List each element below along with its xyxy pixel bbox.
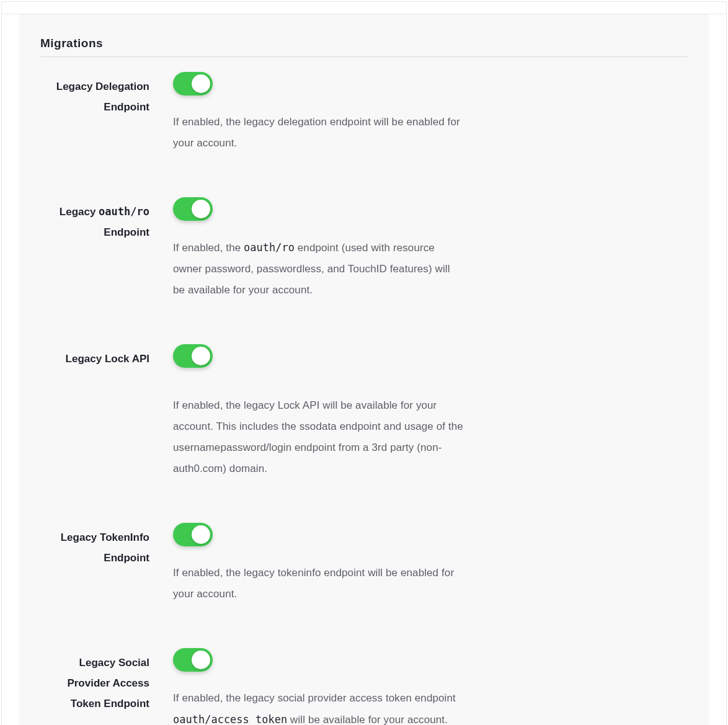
label-code: oauth/ro (99, 205, 149, 218)
setting-control: If enabled, the legacy delegation endpoi… (173, 72, 464, 154)
setting-control: If enabled, the oauth/ro endpoint (used … (173, 197, 464, 301)
setting-description: If enabled, the legacy tokeninfo endpoin… (173, 563, 464, 605)
migrations-panel: Migrations Legacy Delegation Endpoint If… (19, 14, 709, 725)
desc-text-pre: If enabled, the (173, 242, 244, 254)
setting-description: If enabled, the legacy delegation endpoi… (173, 112, 464, 154)
section-title: Migrations (40, 37, 688, 57)
toggle-knob (192, 651, 210, 669)
toggle-knob (192, 200, 210, 218)
setting-legacy-delegation-endpoint: Legacy Delegation Endpoint If enabled, t… (40, 72, 688, 154)
desc-text-pre: If enabled, the legacy social provider a… (173, 692, 456, 704)
toggle-legacy-oauth-ro-endpoint[interactable] (173, 197, 213, 221)
toggle-legacy-lock-api[interactable] (173, 344, 213, 368)
setting-legacy-social-provider-access-token-endpoint: Legacy Social Provider Access Token Endp… (40, 648, 688, 725)
setting-control: If enabled, the legacy tokeninfo endpoin… (173, 523, 464, 605)
settings-frame: Migrations Legacy Delegation Endpoint If… (1, 1, 727, 725)
label-text-post: Endpoint (104, 226, 149, 238)
setting-description: If enabled, the oauth/ro endpoint (used … (173, 237, 464, 301)
toggle-knob (192, 74, 210, 93)
toggle-legacy-delegation-endpoint[interactable] (173, 72, 213, 96)
desc-text-post: will be available for your account. (287, 714, 448, 725)
desc-text: If enabled, the legacy delegation endpoi… (173, 116, 460, 149)
setting-legacy-oauth-ro-endpoint: Legacy oauth/ro Endpoint If enabled, the… (40, 197, 688, 301)
setting-control: If enabled, the legacy Lock API will be … (173, 344, 464, 479)
setting-label: Legacy TokenInfo Endpoint (40, 523, 173, 568)
setting-control: If enabled, the legacy social provider a… (173, 648, 464, 725)
setting-label: Legacy Delegation Endpoint (40, 72, 173, 117)
toggle-legacy-tokeninfo-endpoint[interactable] (173, 523, 213, 546)
toggle-knob (192, 525, 210, 544)
setting-description: If enabled, the legacy social provider a… (173, 688, 464, 725)
setting-label: Legacy oauth/ro Endpoint (40, 197, 173, 242)
top-bar (2, 2, 726, 14)
label-text-pre: Legacy (60, 206, 99, 218)
setting-label: Legacy Social Provider Access Token Endp… (40, 648, 173, 714)
toggle-knob (192, 347, 210, 365)
toggle-legacy-social-provider-access-token-endpoint[interactable] (173, 648, 213, 672)
desc-text: If enabled, the legacy Lock API will be … (173, 399, 463, 474)
setting-label: Legacy Lock API (40, 344, 173, 369)
setting-legacy-lock-api: Legacy Lock API If enabled, the legacy L… (40, 344, 688, 479)
desc-code: oauth/access_token (173, 713, 287, 725)
desc-code: oauth/ro (244, 241, 295, 254)
desc-text: If enabled, the legacy tokeninfo endpoin… (173, 567, 454, 600)
setting-legacy-tokeninfo-endpoint: Legacy TokenInfo Endpoint If enabled, th… (40, 523, 688, 605)
setting-description: If enabled, the legacy Lock API will be … (173, 395, 464, 479)
